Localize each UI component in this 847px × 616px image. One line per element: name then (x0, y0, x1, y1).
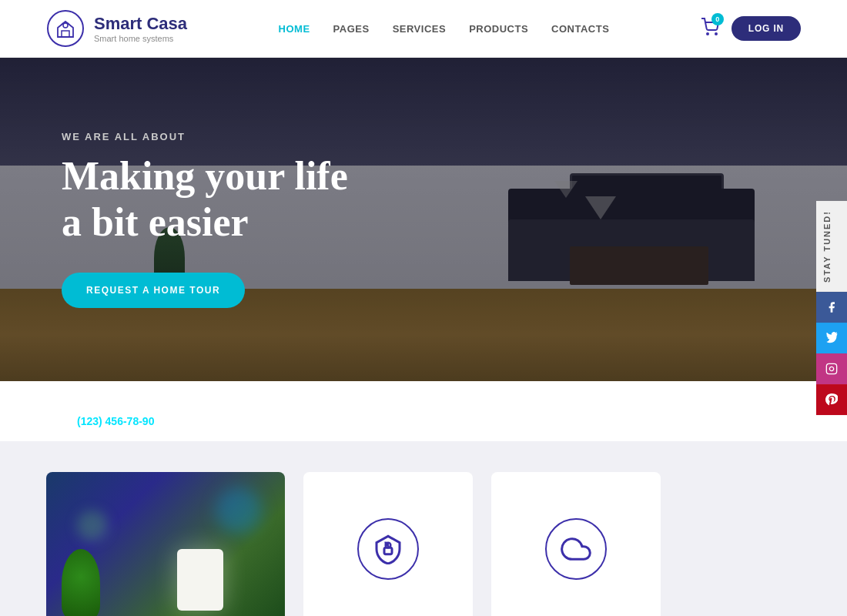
pinterest-button[interactable] (816, 384, 847, 415)
logo-icon (46, 9, 85, 48)
brand-name: Smart Casa (94, 14, 187, 34)
nav-services[interactable]: SERVICES (393, 23, 447, 35)
bokeh-2 (77, 511, 108, 541)
plant-image (62, 549, 100, 616)
hero-title-line2: a bit easier (62, 200, 249, 244)
call-info: Call (123) 456-78-90 (55, 415, 154, 427)
nav-pages[interactable]: PAGES (333, 23, 370, 35)
logo[interactable]: Smart Casa Smart home systems (46, 9, 187, 48)
phone-icon-circle (0, 401, 40, 441)
callback-button[interactable]: CALL BACK (169, 404, 280, 438)
content-area (0, 441, 847, 616)
cloud-icon (561, 534, 591, 564)
login-button[interactable]: LOG IN (732, 16, 801, 41)
social-label: STAY TUNED! (816, 201, 847, 292)
callback-banner: Need help? Get a call back! Call (123) 4… (0, 381, 847, 441)
hero-section: WE ARE ALL ABOUT Making your life a bit … (0, 58, 847, 381)
product-image (46, 472, 285, 616)
hero-content: WE ARE ALL ABOUT Making your life a bit … (0, 58, 508, 381)
instagram-button[interactable] (816, 353, 847, 384)
cart-button[interactable]: 0 (701, 18, 719, 39)
svg-point-2 (707, 33, 708, 35)
facebook-button[interactable] (816, 292, 847, 323)
feature-card-cloud (491, 472, 661, 616)
security-icon-circle (357, 518, 419, 580)
svg-rect-6 (826, 363, 836, 373)
cloud-icon-circle (545, 518, 607, 580)
twitter-button[interactable] (816, 323, 847, 353)
instagram-icon (825, 363, 838, 375)
bokeh-1 (216, 487, 262, 534)
header: Smart Casa Smart home systems HOME PAGES… (0, 0, 847, 58)
main-nav: HOME PAGES SERVICES PRODUCTS CONTACTS (279, 23, 610, 35)
cart-badge: 0 (711, 13, 724, 25)
smart-device (177, 549, 223, 611)
brand-tagline: Smart home systems (94, 34, 187, 43)
phone-icon (12, 413, 28, 430)
hero-cta-button[interactable]: REQUEST A HOME TOUR (62, 273, 245, 308)
callback-headline: Need help? Get a call back! (0, 381, 847, 401)
facebook-icon (825, 301, 838, 313)
side-social: STAY TUNED! (816, 201, 847, 415)
nav-contacts[interactable]: CONTACTS (551, 23, 609, 35)
nav-products[interactable]: PRODUCTS (469, 23, 528, 35)
hero-eyebrow: WE ARE ALL ABOUT (62, 131, 447, 142)
header-actions: 0 LOG IN (701, 16, 801, 41)
svg-point-0 (48, 11, 83, 46)
twitter-icon (825, 332, 838, 344)
callback-right: Call (123) 456-78-90 CALL BACK (0, 401, 847, 441)
svg-point-3 (715, 33, 717, 35)
call-number[interactable]: (123) 456-78-90 (77, 415, 154, 427)
call-prefix: Call (55, 415, 74, 427)
nav-home[interactable]: HOME (279, 23, 310, 35)
shield-lock-icon (373, 534, 403, 564)
feature-card-security (303, 472, 473, 616)
pinterest-icon (825, 393, 838, 406)
product-image-card (46, 472, 285, 616)
hero-title: Making your life a bit easier (62, 153, 447, 246)
hero-title-line1: Making your life (62, 154, 348, 198)
